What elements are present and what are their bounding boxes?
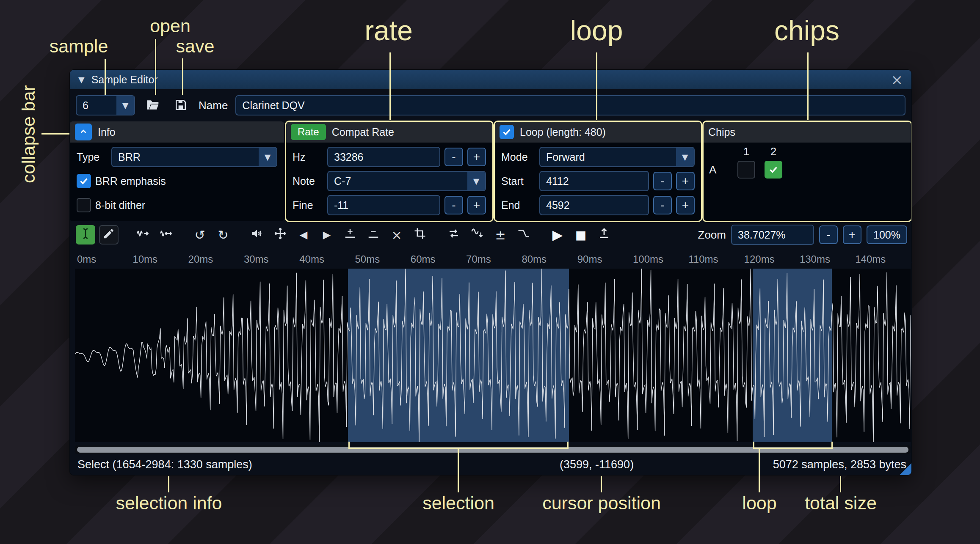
sample-select[interactable]: 6 ▼ — [76, 95, 135, 115]
ibeam-cursor-icon — [79, 227, 92, 243]
timeline-tick: 120ms — [744, 253, 775, 265]
loop-header: Loop (length: 480) — [520, 126, 606, 138]
undo-button[interactable]: ↺ — [190, 225, 210, 245]
chevron-down-icon: ▼ — [676, 148, 694, 166]
hz-increment-button[interactable]: + — [467, 148, 486, 166]
loop-start-input[interactable]: 4112 — [539, 171, 649, 191]
open-button[interactable] — [143, 95, 163, 115]
zoom-value[interactable]: 38.7027% — [731, 225, 814, 245]
filter-curve-icon — [517, 227, 530, 243]
timeline-tick: 20ms — [188, 253, 213, 265]
close-button[interactable]: × — [891, 72, 903, 87]
resize-button[interactable] — [133, 225, 152, 245]
insert-silence-button[interactable] — [340, 225, 360, 245]
zoom-reset-button[interactable]: 100% — [867, 225, 907, 244]
normalize-button[interactable] — [271, 225, 290, 245]
redo-button[interactable]: ↻ — [213, 225, 233, 245]
loop-mode-dropdown[interactable]: Forward ▼ — [539, 147, 695, 167]
crop-icon — [414, 227, 426, 243]
annotation-open: open — [150, 16, 190, 36]
chip-a1-checkbox[interactable] — [737, 161, 755, 179]
draw-mode-button[interactable] — [99, 225, 119, 245]
annotation-sample: sample — [50, 36, 108, 56]
zoom-in-button[interactable]: + — [843, 225, 861, 244]
preview-button[interactable]: ▶ — [548, 225, 567, 245]
invert-button[interactable] — [467, 225, 487, 245]
select-mode-button[interactable] — [76, 225, 95, 245]
brr-emphasis-checkbox[interactable] — [77, 174, 91, 188]
upload-icon — [598, 227, 610, 243]
fine-decrement-button[interactable]: - — [444, 196, 463, 214]
reverse-button[interactable] — [444, 225, 464, 245]
timeline-tick: 110ms — [688, 253, 718, 265]
floppy-save-icon — [174, 98, 188, 113]
chip-column-1-label: 1 — [733, 145, 760, 158]
note-value: C-7 — [328, 175, 357, 187]
loop-end-input[interactable]: 4592 — [539, 195, 649, 215]
fade-in-button[interactable]: ◀ — [294, 225, 313, 245]
annotation-selection: selection — [422, 493, 494, 513]
sign-invert-button[interactable]: ± — [491, 225, 510, 245]
sample-select-value: 6 — [77, 99, 94, 112]
fine-label: Fine — [293, 199, 323, 212]
timeline-tick: 0ms — [77, 253, 96, 265]
loop-start-increment-button[interactable]: + — [676, 172, 695, 190]
rate-header: Compat Rate — [332, 126, 394, 138]
resample-button[interactable] — [156, 225, 176, 245]
loop-end-decrement-button[interactable]: - — [653, 196, 672, 214]
rate-mode-button[interactable]: Rate — [291, 124, 326, 140]
filter-button[interactable] — [514, 225, 533, 245]
name-input[interactable] — [235, 95, 905, 115]
cursor-position-text: (3599, -11690) — [560, 458, 634, 471]
loop-start-label: Start — [501, 175, 535, 187]
loop-start-decrement-button[interactable]: - — [653, 172, 672, 190]
apply-silence-button[interactable] — [364, 225, 383, 245]
info-header: Info — [98, 126, 116, 138]
minus-bar-icon — [367, 227, 380, 243]
annotation-line-sample — [105, 59, 106, 95]
upload-button[interactable] — [594, 225, 614, 245]
zoom-out-button[interactable]: - — [819, 225, 838, 244]
move-arrows-icon — [274, 227, 287, 243]
delete-button[interactable]: × — [387, 225, 406, 245]
type-value: BRR — [112, 151, 146, 163]
hz-decrement-button[interactable]: - — [444, 148, 463, 166]
fade-out-button[interactable]: ▶ — [317, 225, 337, 245]
speaker-icon — [251, 227, 263, 243]
annotation-loop: loop — [570, 15, 623, 46]
titlebar[interactable]: ▼ Sample Editor × — [70, 70, 911, 89]
chip-a2-checkbox[interactable] — [765, 161, 782, 179]
trim-button[interactable] — [410, 225, 430, 245]
stop-preview-button[interactable]: ■ — [571, 225, 591, 245]
annotation-line-selection — [458, 449, 459, 492]
fine-increment-button[interactable]: + — [467, 196, 486, 214]
note-dropdown[interactable]: C-7 ▼ — [327, 171, 486, 191]
chip-column-2-label: 2 — [760, 145, 787, 158]
plus-bar-icon — [344, 227, 356, 243]
hz-input[interactable]: 33286 — [327, 147, 440, 167]
annotation-loop-bottom: loop — [742, 493, 776, 513]
collapse-info-button[interactable] — [75, 124, 92, 140]
resize-handle[interactable] — [900, 463, 911, 475]
status-bar: Select (1654-2984: 1330 samples) (3599, … — [70, 454, 911, 475]
timeline-tick: 80ms — [522, 253, 547, 265]
annotation-total-size: total size — [805, 493, 877, 513]
note-label: Note — [293, 175, 323, 187]
annotation-cursor-position: cursor position — [542, 493, 661, 513]
save-button[interactable] — [171, 95, 191, 115]
chevron-up-icon — [79, 127, 88, 137]
waveform-area[interactable] — [75, 269, 911, 442]
loop-enable-checkbox[interactable] — [500, 125, 514, 139]
timeline-tick: 40ms — [299, 253, 324, 265]
timeline-tick: 10ms — [133, 253, 157, 265]
chips-header: Chips — [708, 126, 735, 138]
type-dropdown[interactable]: BRR ▼ — [111, 147, 277, 167]
dither-checkbox[interactable] — [77, 198, 91, 212]
fine-input[interactable]: -11 — [327, 195, 440, 215]
info-panel: Info Type BRR ▼ BRR emphasis — [70, 121, 284, 221]
amplify-button[interactable] — [247, 225, 267, 245]
chevron-down-icon: ▼ — [259, 148, 276, 166]
loop-end-increment-button[interactable]: + — [676, 196, 695, 214]
window-collapse-icon[interactable]: ▼ — [78, 75, 85, 84]
chip-row-label: A — [709, 163, 733, 176]
